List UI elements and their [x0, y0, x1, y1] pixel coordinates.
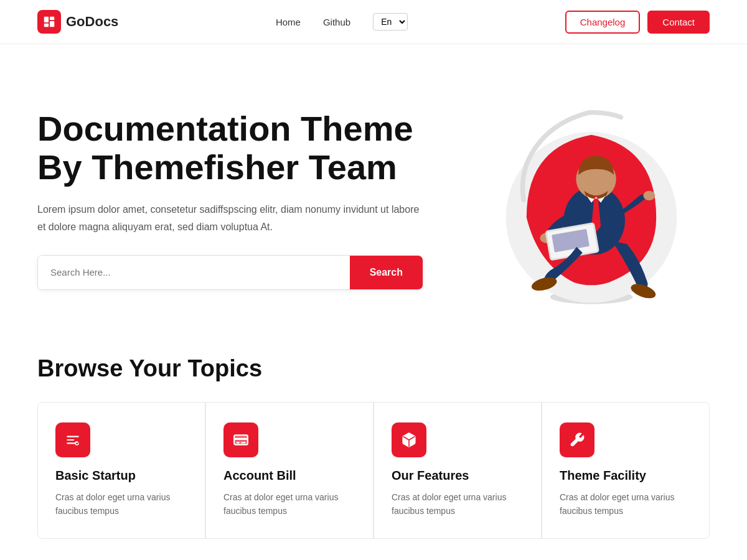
- topic-card-account-bill[interactable]: Account Bill Cras at dolor eget urna var…: [205, 402, 374, 539]
- svg-rect-18: [67, 442, 76, 444]
- topics-grid: Basic Startup Cras at dolor eget urna va…: [37, 402, 710, 539]
- changelog-button[interactable]: Changelog: [565, 11, 641, 34]
- our-features-icon: [392, 422, 426, 457]
- svg-rect-16: [67, 436, 79, 437]
- search-bar: Search: [37, 255, 423, 290]
- navbar: GoDocs Home Github En Fr De Changelog Co…: [0, 0, 747, 44]
- topics-section: Browse Your Topics Basic Startup Cras at…: [0, 343, 747, 560]
- topic-card-basic-startup[interactable]: Basic Startup Cras at dolor eget urna va…: [37, 402, 205, 539]
- basic-startup-title: Basic Startup: [55, 469, 187, 483]
- logo-icon: [37, 10, 61, 34]
- language-select[interactable]: En Fr De: [373, 13, 408, 30]
- search-button[interactable]: Search: [350, 256, 423, 289]
- logo-link[interactable]: GoDocs: [37, 10, 118, 34]
- account-bill-desc: Cras at dolor eget urna varius faucibus …: [223, 490, 355, 518]
- svg-rect-0: [44, 17, 49, 22]
- svg-rect-23: [236, 442, 239, 443]
- svg-rect-2: [50, 17, 54, 21]
- basic-startup-icon: [55, 422, 90, 457]
- logo-text: GoDocs: [66, 14, 118, 30]
- account-bill-title: Account Bill: [223, 469, 355, 483]
- basic-startup-desc: Cras at dolor eget urna varius faucibus …: [55, 490, 187, 518]
- hero-title: Documentation Theme By Themefisher Team: [37, 110, 423, 186]
- svg-rect-1: [44, 24, 49, 27]
- topic-card-theme-facility[interactable]: Theme Facility Cras at dolor eget urna v…: [542, 402, 710, 539]
- theme-facility-desc: Cras at dolor eget urna varius faucibus …: [560, 490, 692, 518]
- search-input[interactable]: [38, 256, 350, 289]
- hero-description: Lorem ipsum dolor amet, consetetur sadif…: [37, 201, 423, 235]
- svg-rect-3: [50, 21, 54, 27]
- svg-rect-17: [67, 439, 74, 441]
- theme-facility-title: Theme Facility: [560, 469, 692, 483]
- our-features-desc: Cras at dolor eget urna varius faucibus …: [392, 490, 524, 518]
- theme-facility-icon: [560, 422, 594, 457]
- nav-link-home[interactable]: Home: [276, 17, 301, 27]
- nav-links: Home Github En Fr De: [276, 13, 408, 30]
- hero-section: Documentation Theme By Themefisher Team …: [0, 44, 747, 343]
- svg-point-10: [643, 191, 655, 200]
- topics-heading: Browse Your Topics: [37, 355, 710, 382]
- our-features-title: Our Features: [392, 469, 524, 483]
- account-bill-icon: [223, 422, 258, 457]
- contact-button[interactable]: Contact: [647, 11, 710, 34]
- svg-rect-24: [241, 442, 246, 443]
- hero-image: [473, 82, 710, 318]
- svg-rect-22: [234, 438, 248, 440]
- nav-link-github[interactable]: Github: [323, 17, 350, 27]
- nav-buttons: Changelog Contact: [565, 11, 710, 34]
- topic-card-our-features[interactable]: Our Features Cras at dolor eget urna var…: [374, 402, 542, 539]
- hero-content: Documentation Theme By Themefisher Team …: [37, 110, 423, 290]
